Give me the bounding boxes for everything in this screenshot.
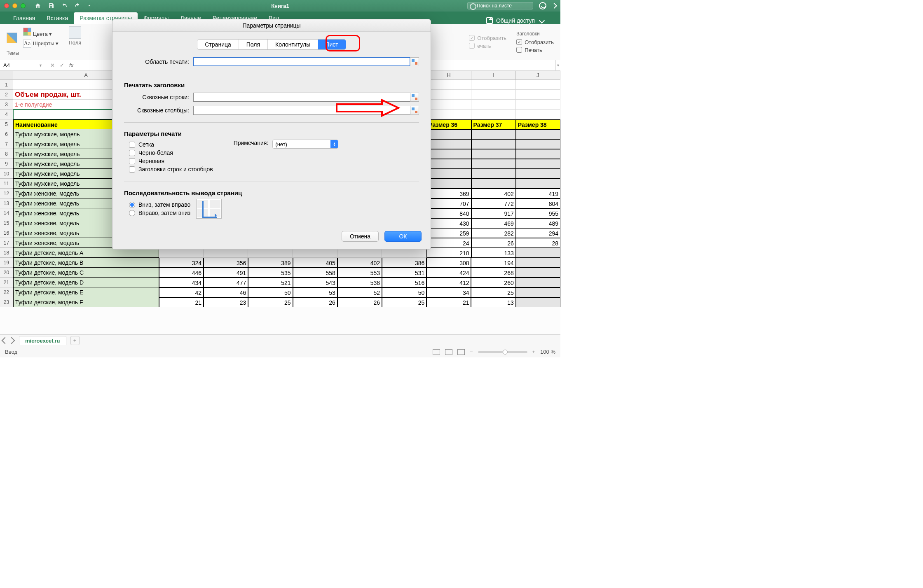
cell[interactable]: 210 bbox=[426, 248, 471, 258]
cell[interactable]: 489 bbox=[516, 218, 560, 228]
headings-print-checkbox[interactable]: Печать bbox=[516, 47, 554, 53]
redo-icon[interactable] bbox=[74, 2, 81, 9]
cell[interactable]: 26 bbox=[337, 297, 382, 307]
cell[interactable]: 491 bbox=[204, 268, 248, 278]
row-header-8[interactable]: 8 bbox=[0, 149, 13, 159]
cell[interactable]: 53 bbox=[293, 287, 337, 297]
row-header-21[interactable]: 21 bbox=[0, 278, 13, 287]
row-header-17[interactable]: 17 bbox=[0, 238, 13, 248]
cell[interactable]: 386 bbox=[382, 258, 426, 268]
col-header-J[interactable]: J bbox=[516, 71, 560, 80]
collapse-ribbon-icon[interactable] bbox=[551, 3, 557, 9]
row-header-23[interactable]: 23 bbox=[0, 297, 13, 307]
cell[interactable]: Туфли детские, модель D bbox=[13, 278, 159, 287]
print-area-collapse-button[interactable] bbox=[410, 57, 419, 66]
cell[interactable]: 521 bbox=[248, 278, 293, 287]
cell[interactable]: Туфли детские, модель C bbox=[13, 268, 159, 278]
cell[interactable]: Размер 36 bbox=[426, 119, 471, 129]
qat-customize-icon[interactable] bbox=[87, 2, 91, 9]
cell[interactable]: 477 bbox=[204, 278, 248, 287]
cell[interactable]: 268 bbox=[471, 268, 515, 278]
cell[interactable]: 553 bbox=[337, 268, 382, 278]
col-header-H[interactable]: H bbox=[426, 71, 471, 80]
page-break-view-icon[interactable] bbox=[457, 349, 465, 355]
cell[interactable]: 25 bbox=[471, 287, 515, 297]
cell[interactable]: 543 bbox=[293, 278, 337, 287]
cell[interactable]: 469 bbox=[471, 218, 516, 228]
cell[interactable]: 34 bbox=[426, 287, 471, 297]
cell[interactable]: 26 bbox=[471, 238, 516, 248]
cell[interactable]: 419 bbox=[516, 189, 560, 198]
row-header-2[interactable]: 2 bbox=[0, 90, 13, 100]
zoom-window-icon[interactable] bbox=[21, 3, 26, 8]
row-header-14[interactable]: 14 bbox=[0, 208, 13, 218]
row-header-15[interactable]: 15 bbox=[0, 218, 13, 228]
zoom-in-button[interactable]: + bbox=[532, 349, 536, 355]
add-sheet-button[interactable]: + bbox=[70, 336, 80, 345]
cell[interactable] bbox=[516, 278, 560, 287]
minimize-window-icon[interactable] bbox=[12, 3, 17, 8]
zoom-level[interactable]: 100 % bbox=[540, 349, 555, 355]
cell[interactable] bbox=[516, 297, 560, 307]
cancel-formula-icon[interactable]: ✕ bbox=[50, 62, 55, 68]
fonts-button[interactable]: Aa Шрифты ▾ bbox=[23, 40, 59, 48]
name-box[interactable]: A4▼ bbox=[0, 62, 46, 68]
row-headers[interactable]: 1234567891011121314151617181920212223 bbox=[0, 80, 13, 307]
sheet-search-input[interactable]: Поиск на листе bbox=[467, 2, 533, 9]
cell[interactable]: 446 bbox=[159, 268, 204, 278]
cell[interactable]: 412 bbox=[426, 278, 471, 287]
cell[interactable]: 535 bbox=[248, 268, 293, 278]
normal-view-icon[interactable] bbox=[433, 349, 440, 355]
row-header-18[interactable]: 18 bbox=[0, 248, 13, 258]
cell[interactable] bbox=[426, 100, 471, 110]
share-button[interactable]: Общий доступ bbox=[486, 17, 553, 24]
cell[interactable]: 52 bbox=[337, 287, 382, 297]
cell[interactable]: 434 bbox=[159, 278, 204, 287]
cell[interactable]: Туфли детские, модель F bbox=[13, 297, 159, 307]
cell[interactable]: 772 bbox=[471, 198, 516, 208]
cell[interactable] bbox=[516, 258, 560, 268]
save-icon[interactable] bbox=[48, 2, 54, 9]
cell[interactable] bbox=[471, 80, 516, 90]
ribbon-tab-home[interactable]: Главная bbox=[7, 12, 41, 24]
gridlines-print-checkbox[interactable]: ечать bbox=[469, 43, 506, 49]
cell[interactable]: Размер 38 bbox=[516, 119, 560, 129]
gridlines-view-checkbox[interactable]: Отобразить bbox=[469, 35, 506, 41]
row-header-13[interactable]: 13 bbox=[0, 198, 13, 208]
row-header-1[interactable]: 1 bbox=[0, 80, 13, 90]
cell[interactable] bbox=[426, 129, 471, 139]
cell[interactable]: 21 bbox=[426, 297, 471, 307]
cell[interactable] bbox=[471, 90, 516, 100]
cell[interactable] bbox=[471, 100, 516, 110]
cell[interactable]: 324 bbox=[159, 258, 204, 268]
sheet-tab-nav[interactable] bbox=[2, 338, 14, 343]
cell[interactable]: 25 bbox=[382, 297, 426, 307]
cell[interactable] bbox=[516, 287, 560, 297]
cell[interactable]: 516 bbox=[382, 278, 426, 287]
cell[interactable]: 558 bbox=[293, 268, 337, 278]
rows-repeat-collapse-button[interactable] bbox=[410, 93, 419, 102]
cell[interactable]: 26 bbox=[293, 297, 337, 307]
cell[interactable]: 50 bbox=[382, 287, 426, 297]
cell[interactable]: 531 bbox=[382, 268, 426, 278]
sheet-tab[interactable]: microexcel.ru bbox=[19, 336, 66, 345]
fx-icon[interactable]: fx bbox=[69, 62, 73, 68]
cell[interactable]: Туфли детские, модель B bbox=[13, 258, 159, 268]
cell[interactable]: 405 bbox=[293, 258, 337, 268]
cell[interactable]: Туфли детские, модель E bbox=[13, 287, 159, 297]
cell[interactable] bbox=[516, 159, 560, 169]
cell[interactable]: 260 bbox=[471, 278, 515, 287]
cols-repeat-input[interactable] bbox=[193, 106, 410, 115]
cell[interactable] bbox=[426, 80, 471, 90]
cell[interactable]: 25 bbox=[248, 297, 293, 307]
cell[interactable]: 955 bbox=[516, 208, 560, 218]
row-header-12[interactable]: 12 bbox=[0, 189, 13, 198]
row-header-16[interactable]: 16 bbox=[0, 228, 13, 238]
cell[interactable] bbox=[471, 179, 516, 189]
cell[interactable]: 707 bbox=[426, 198, 471, 208]
cell[interactable]: 840 bbox=[426, 208, 471, 218]
cell[interactable] bbox=[426, 169, 471, 179]
cell[interactable] bbox=[426, 110, 471, 119]
select-all-corner[interactable] bbox=[0, 71, 13, 80]
cell[interactable] bbox=[426, 90, 471, 100]
